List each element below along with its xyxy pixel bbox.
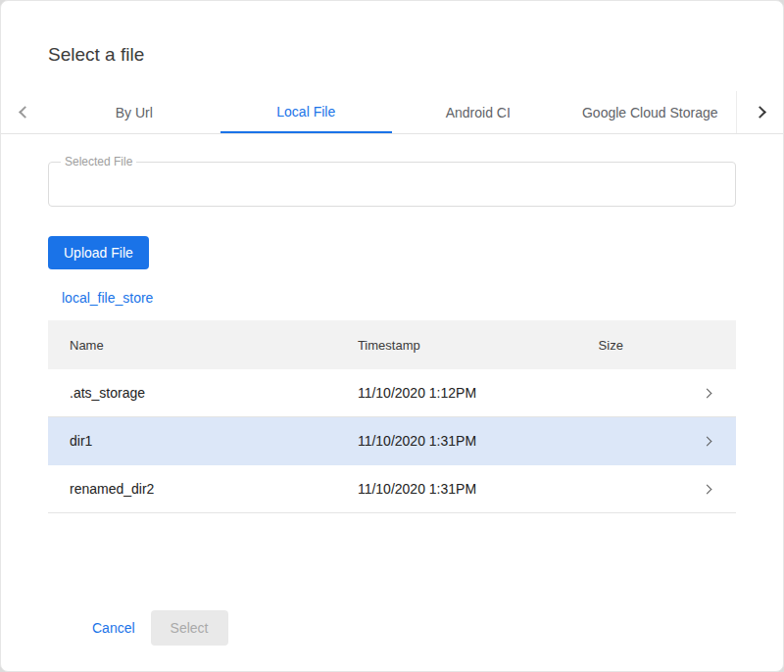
tab-scroll-right-button[interactable] — [736, 91, 783, 133]
selected-file-label: Selected File — [61, 155, 136, 168]
cell-timestamp: 11/10/2020 1:31PM — [358, 433, 599, 449]
select-button[interactable]: Select — [151, 610, 228, 646]
cell-name: dir1 — [48, 433, 358, 449]
header-timestamp: Timestamp — [358, 338, 599, 353]
local-file-store-link[interactable]: local_file_store — [62, 290, 153, 306]
table-row[interactable]: dir1 11/10/2020 1:31PM — [48, 417, 736, 465]
tab-list: By Url Local File Android CI Google Clou… — [48, 91, 736, 133]
table-row[interactable]: renamed_dir2 11/10/2020 1:31PM — [48, 465, 736, 513]
cell-name: renamed_dir2 — [48, 481, 358, 497]
select-file-dialog: Select a file By Url Local File Android … — [0, 0, 784, 672]
tab-scroll-left-button[interactable] — [1, 91, 48, 133]
tab-bar: By Url Local File Android CI Google Clou… — [1, 91, 783, 134]
chevron-right-icon[interactable] — [703, 436, 712, 446]
upload-file-button[interactable]: Upload File — [48, 236, 149, 269]
tab-android-ci[interactable]: Android CI — [392, 91, 564, 133]
dialog-content: Selected File Upload File local_file_sto… — [1, 134, 783, 671]
cell-timestamp: 11/10/2020 1:12PM — [358, 385, 599, 401]
tab-local-file[interactable]: Local File — [220, 91, 393, 133]
cell-name: .ats_storage — [48, 385, 358, 401]
selected-file-field: Selected File — [48, 162, 736, 207]
dialog-footer: Cancel Select — [48, 610, 736, 671]
chevron-left-icon — [19, 106, 31, 119]
tab-by-url[interactable]: By Url — [48, 91, 220, 133]
cancel-button[interactable]: Cancel — [92, 612, 135, 644]
header-size: Size — [599, 338, 674, 353]
dialog-title: Select a file — [1, 1, 783, 91]
table-header-row: Name Timestamp Size — [48, 320, 736, 369]
chevron-right-icon — [754, 106, 766, 119]
file-table: Name Timestamp Size .ats_storage 11/10/2… — [48, 320, 736, 513]
header-name: Name — [48, 338, 358, 353]
selected-file-input[interactable] — [49, 163, 735, 206]
table-row[interactable]: .ats_storage 11/10/2020 1:12PM — [48, 369, 736, 417]
tab-google-cloud-storage[interactable]: Google Cloud Storage — [564, 91, 737, 133]
chevron-right-icon[interactable] — [703, 388, 712, 398]
cell-timestamp: 11/10/2020 1:31PM — [358, 481, 599, 497]
chevron-right-icon[interactable] — [703, 484, 712, 494]
